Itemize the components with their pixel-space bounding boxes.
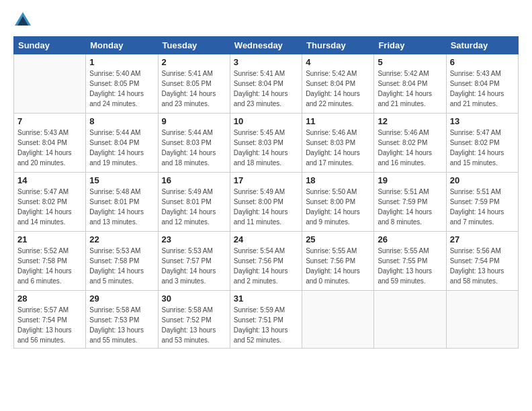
day-number: 27 [450,234,515,244]
day-number: 4 [306,57,370,67]
day-number: 18 [306,175,370,185]
calendar-cell: 13Sunrise: 5:47 AM Sunset: 8:02 PM Dayli… [446,113,518,173]
calendar-cell: 30Sunrise: 5:58 AM Sunset: 7:52 PM Dayli… [158,291,230,349]
day-number: 29 [89,293,154,304]
header [13,11,519,30]
calendar-cell: 7Sunrise: 5:43 AM Sunset: 8:04 PM Daylig… [14,113,86,173]
day-info: Sunrise: 5:47 AM Sunset: 8:02 PM Dayligh… [450,128,515,168]
day-info: Sunrise: 5:49 AM Sunset: 8:00 PM Dayligh… [234,187,298,227]
day-number: 17 [234,175,298,185]
day-number: 24 [234,234,298,244]
day-info: Sunrise: 5:43 AM Sunset: 8:04 PM Dayligh… [450,68,515,109]
day-number: 10 [234,116,298,126]
calendar-cell: 5Sunrise: 5:42 AM Sunset: 8:04 PM Daylig… [374,54,446,113]
day-number: 23 [162,234,226,244]
day-number: 25 [306,234,370,244]
calendar-cell: 23Sunrise: 5:53 AM Sunset: 7:57 PM Dayli… [158,232,230,291]
calendar-cell: 15Sunrise: 5:48 AM Sunset: 8:01 PM Dayli… [86,173,158,232]
calendar-cell: 12Sunrise: 5:46 AM Sunset: 8:02 PM Dayli… [374,113,446,173]
day-info: Sunrise: 5:49 AM Sunset: 8:01 PM Dayligh… [162,187,226,227]
day-number: 28 [17,293,82,304]
day-number: 7 [17,116,82,126]
day-number: 8 [89,116,154,126]
calendar-cell: 14Sunrise: 5:47 AM Sunset: 8:02 PM Dayli… [14,173,86,232]
calendar-cell: 19Sunrise: 5:51 AM Sunset: 7:59 PM Dayli… [374,173,446,232]
day-info: Sunrise: 5:59 AM Sunset: 7:51 PM Dayligh… [234,305,298,345]
day-info: Sunrise: 5:54 AM Sunset: 7:56 PM Dayligh… [234,246,298,286]
calendar-week-4: 28Sunrise: 5:57 AM Sunset: 7:54 PM Dayli… [14,291,519,349]
day-info: Sunrise: 5:50 AM Sunset: 8:00 PM Dayligh… [306,187,370,227]
calendar-header-monday: Monday [86,37,158,54]
calendar-cell [374,291,446,349]
calendar-cell: 31Sunrise: 5:59 AM Sunset: 7:51 PM Dayli… [230,291,302,349]
day-info: Sunrise: 5:58 AM Sunset: 7:53 PM Dayligh… [89,305,154,345]
calendar-week-0: 1Sunrise: 5:40 AM Sunset: 8:05 PM Daylig… [14,54,519,113]
day-number: 30 [162,293,226,304]
day-number: 16 [162,175,226,185]
calendar-header-sunday: Sunday [14,37,86,54]
day-number: 2 [162,57,226,67]
day-info: Sunrise: 5:53 AM Sunset: 7:57 PM Dayligh… [162,246,226,286]
calendar-week-2: 14Sunrise: 5:47 AM Sunset: 8:02 PM Dayli… [14,173,519,232]
day-number: 21 [17,234,82,244]
calendar-cell: 20Sunrise: 5:51 AM Sunset: 7:59 PM Dayli… [446,173,518,232]
calendar-cell [302,291,374,349]
calendar-cell: 9Sunrise: 5:44 AM Sunset: 8:03 PM Daylig… [158,113,230,173]
day-info: Sunrise: 5:56 AM Sunset: 7:54 PM Dayligh… [450,246,515,286]
calendar-header-friday: Friday [374,37,446,54]
day-info: Sunrise: 5:55 AM Sunset: 7:56 PM Dayligh… [306,246,370,286]
day-info: Sunrise: 5:46 AM Sunset: 8:02 PM Dayligh… [378,128,442,168]
calendar-cell: 4Sunrise: 5:42 AM Sunset: 8:04 PM Daylig… [302,54,374,113]
day-info: Sunrise: 5:51 AM Sunset: 7:59 PM Dayligh… [378,187,442,227]
calendar-cell: 27Sunrise: 5:56 AM Sunset: 7:54 PM Dayli… [446,232,518,291]
day-number: 19 [378,175,442,185]
day-info: Sunrise: 5:51 AM Sunset: 7:59 PM Dayligh… [450,187,515,227]
day-number: 14 [17,175,82,185]
calendar-cell: 26Sunrise: 5:55 AM Sunset: 7:55 PM Dayli… [374,232,446,291]
calendar-cell [446,291,518,349]
calendar-cell [14,54,86,113]
day-info: Sunrise: 5:42 AM Sunset: 8:04 PM Dayligh… [378,68,442,109]
logo [13,11,35,30]
day-info: Sunrise: 5:48 AM Sunset: 8:01 PM Dayligh… [89,187,154,227]
day-info: Sunrise: 5:41 AM Sunset: 8:04 PM Dayligh… [234,68,298,109]
calendar-cell: 1Sunrise: 5:40 AM Sunset: 8:05 PM Daylig… [86,54,158,113]
calendar-table: SundayMondayTuesdayWednesdayThursdayFrid… [13,36,519,349]
calendar-header-row: SundayMondayTuesdayWednesdayThursdayFrid… [14,37,519,54]
day-info: Sunrise: 5:44 AM Sunset: 8:04 PM Dayligh… [89,128,154,168]
day-info: Sunrise: 5:53 AM Sunset: 7:58 PM Dayligh… [89,246,154,286]
calendar-cell: 16Sunrise: 5:49 AM Sunset: 8:01 PM Dayli… [158,173,230,232]
calendar-cell: 11Sunrise: 5:46 AM Sunset: 8:03 PM Dayli… [302,113,374,173]
day-number: 1 [89,57,154,67]
day-info: Sunrise: 5:43 AM Sunset: 8:04 PM Dayligh… [17,128,82,168]
logo-icon [13,11,32,30]
calendar-cell: 8Sunrise: 5:44 AM Sunset: 8:04 PM Daylig… [86,113,158,173]
calendar-cell: 17Sunrise: 5:49 AM Sunset: 8:00 PM Dayli… [230,173,302,232]
day-number: 5 [378,57,442,67]
day-info: Sunrise: 5:55 AM Sunset: 7:55 PM Dayligh… [378,246,442,286]
calendar-cell: 28Sunrise: 5:57 AM Sunset: 7:54 PM Dayli… [14,291,86,349]
calendar-cell: 6Sunrise: 5:43 AM Sunset: 8:04 PM Daylig… [446,54,518,113]
day-info: Sunrise: 5:52 AM Sunset: 7:58 PM Dayligh… [17,246,82,286]
day-info: Sunrise: 5:41 AM Sunset: 8:05 PM Dayligh… [162,68,226,109]
calendar-week-1: 7Sunrise: 5:43 AM Sunset: 8:04 PM Daylig… [14,113,519,173]
day-info: Sunrise: 5:40 AM Sunset: 8:05 PM Dayligh… [89,68,154,109]
calendar-cell: 18Sunrise: 5:50 AM Sunset: 8:00 PM Dayli… [302,173,374,232]
day-number: 31 [234,293,298,304]
calendar-header-tuesday: Tuesday [158,37,230,54]
day-info: Sunrise: 5:44 AM Sunset: 8:03 PM Dayligh… [162,128,226,168]
day-number: 13 [450,116,515,126]
day-info: Sunrise: 5:42 AM Sunset: 8:04 PM Dayligh… [306,68,370,109]
day-number: 12 [378,116,442,126]
page: SundayMondayTuesdayWednesdayThursdayFrid… [0,0,532,355]
calendar-cell: 25Sunrise: 5:55 AM Sunset: 7:56 PM Dayli… [302,232,374,291]
calendar-cell: 24Sunrise: 5:54 AM Sunset: 7:56 PM Dayli… [230,232,302,291]
calendar-week-3: 21Sunrise: 5:52 AM Sunset: 7:58 PM Dayli… [14,232,519,291]
day-number: 22 [89,234,154,244]
day-info: Sunrise: 5:47 AM Sunset: 8:02 PM Dayligh… [17,187,82,227]
calendar-cell: 21Sunrise: 5:52 AM Sunset: 7:58 PM Dayli… [14,232,86,291]
calendar-cell: 3Sunrise: 5:41 AM Sunset: 8:04 PM Daylig… [230,54,302,113]
day-number: 9 [162,116,226,126]
day-number: 15 [89,175,154,185]
day-number: 11 [306,116,370,126]
